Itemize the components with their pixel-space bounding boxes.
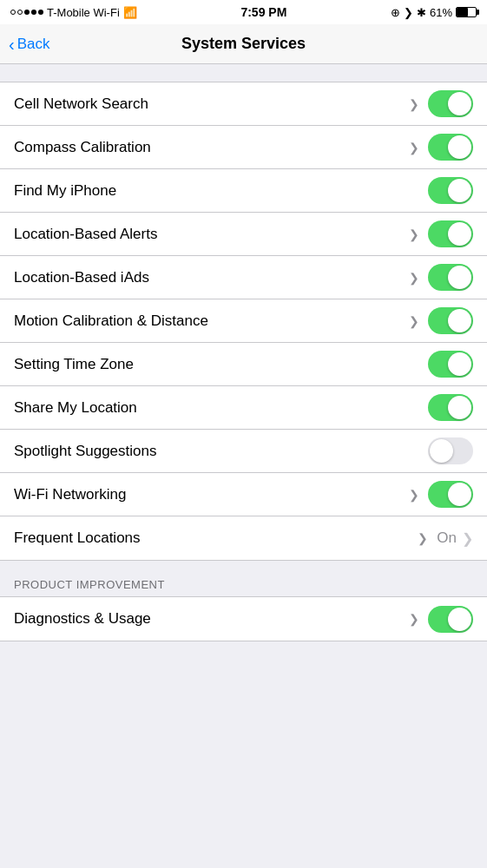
row-location-based-alerts: Location-Based Alerts❯ (0, 213, 487, 256)
row-find-my-iphone: Find My iPhone (0, 169, 487, 213)
toggle-knob (448, 92, 471, 115)
signal-dot-3 (24, 10, 30, 15)
row-label-find-my-iphone: Find My iPhone (14, 182, 116, 200)
row-diagnostics-usage: Diagnostics & Usage❯ (0, 597, 487, 641)
toggle-location-based-alerts[interactable] (428, 220, 473, 247)
row-location-based-iads: Location-Based iAds❯ (0, 256, 487, 299)
row-right-setting-time-zone (428, 351, 473, 378)
row-setting-time-zone: Setting Time Zone (0, 343, 487, 386)
row-right-location-based-iads: ❯ (409, 264, 473, 291)
row-label-diagnostics-usage: Diagnostics & Usage (14, 610, 151, 628)
row-wifi-networking: Wi-Fi Networking❯ (0, 473, 487, 516)
row-label-cell-network-search: Cell Network Search (14, 95, 148, 113)
location-arrow-icon: ❯ (409, 97, 419, 111)
page-title: System Services (181, 35, 306, 53)
toggle-knob (448, 179, 471, 202)
row-label-motion-calibration: Motion Calibration & Distance (14, 312, 208, 330)
location-icon: ❯ (404, 6, 413, 19)
row-compass-calibration: Compass Calibration❯ (0, 126, 487, 169)
wifi-icon: 📶 (123, 6, 137, 19)
toggle-knob (448, 352, 471, 376)
status-left: T-Mobile Wi-Fi 📶 (10, 6, 137, 19)
location-arrow-icon: ❯ (409, 227, 419, 241)
back-label: Back (17, 36, 50, 53)
row-label-frequent-locations: Frequent Locations (14, 529, 141, 547)
toggle-setting-time-zone[interactable] (428, 351, 473, 378)
row-frequent-locations[interactable]: Frequent Locations❯On❯ (0, 516, 487, 560)
location-arrow-icon: ❯ (409, 141, 419, 155)
toggle-knob (448, 396, 471, 419)
bluetooth-icon: ✱ (417, 6, 426, 19)
toggle-knob (448, 483, 471, 506)
back-button[interactable]: ‹ Back (9, 36, 49, 53)
location-arrow-icon: ❯ (409, 314, 419, 328)
toggle-knob (448, 608, 471, 631)
location-arrow-icon: ❯ (409, 488, 419, 502)
signal-dots (10, 10, 43, 15)
main-settings-list: Cell Network Search❯Compass Calibration❯… (0, 82, 487, 561)
toggle-knob (448, 309, 471, 332)
product-improvement-header: PRODUCT IMPROVEMENT (0, 569, 487, 596)
toggle-wifi-networking[interactable] (428, 481, 473, 508)
battery-icon (456, 7, 477, 17)
row-share-my-location: Share My Location (0, 386, 487, 430)
location-arrow-icon: ❯ (409, 612, 419, 626)
toggle-knob (448, 266, 471, 289)
status-time: 7:59 PM (240, 5, 286, 19)
toggle-cell-network-search[interactable] (428, 90, 473, 117)
status-bar: T-Mobile Wi-Fi 📶 7:59 PM ⊕ ❯ ✱ 61% (0, 0, 487, 24)
toggle-knob (430, 439, 453, 463)
row-motion-calibration: Motion Calibration & Distance❯ (0, 299, 487, 343)
row-right-compass-calibration: ❯ (409, 134, 473, 161)
toggle-diagnostics-usage[interactable] (428, 606, 473, 633)
row-right-wifi-networking: ❯ (409, 481, 473, 508)
row-right-diagnostics-usage: ❯ (409, 606, 473, 633)
row-label-setting-time-zone: Setting Time Zone (14, 356, 134, 373)
chevron-right-icon: ❯ (462, 530, 473, 547)
battery-label: 61% (430, 6, 452, 19)
signal-dot-1 (10, 10, 16, 15)
toggle-find-my-iphone[interactable] (428, 177, 473, 204)
toggle-motion-calibration[interactable] (428, 307, 473, 334)
top-spacer (0, 64, 487, 82)
carrier-label: T-Mobile Wi-Fi (47, 6, 120, 19)
toggle-share-my-location[interactable] (428, 394, 473, 421)
row-right-spotlight-suggestions (428, 437, 473, 464)
row-right-location-based-alerts: ❯ (409, 220, 473, 247)
row-label-share-my-location: Share My Location (14, 399, 137, 417)
toggle-location-based-iads[interactable] (428, 264, 473, 291)
toggle-compass-calibration[interactable] (428, 134, 473, 161)
location-arrow-icon: ❯ (418, 531, 428, 545)
target-icon: ⊕ (391, 6, 400, 19)
row-right-cell-network-search: ❯ (409, 90, 473, 117)
row-label-location-based-alerts: Location-Based Alerts (14, 226, 157, 243)
signal-dot-5 (38, 10, 43, 15)
row-right-share-my-location (428, 394, 473, 421)
row-spotlight-suggestions: Spotlight Suggestions (0, 430, 487, 473)
back-chevron-icon: ‹ (9, 36, 15, 53)
row-right-frequent-locations: ❯On❯ (418, 529, 473, 547)
row-label-wifi-networking: Wi-Fi Networking (14, 486, 126, 503)
row-label-location-based-iads: Location-Based iAds (14, 269, 149, 286)
signal-dot-4 (31, 10, 36, 15)
row-label-compass-calibration: Compass Calibration (14, 139, 151, 156)
toggle-knob (448, 135, 471, 159)
location-arrow-icon: ❯ (409, 271, 419, 285)
row-cell-network-search: Cell Network Search❯ (0, 82, 487, 126)
row-right-find-my-iphone (428, 177, 473, 204)
status-right: ⊕ ❯ ✱ 61% (391, 6, 477, 19)
toggle-knob (448, 222, 471, 246)
row-right-motion-calibration: ❯ (409, 307, 473, 334)
row-label-spotlight-suggestions: Spotlight Suggestions (14, 443, 156, 460)
section-spacer (0, 561, 487, 569)
product-improvement-list: Diagnostics & Usage❯ (0, 596, 487, 641)
value-frequent-locations: On (437, 529, 457, 547)
nav-bar: ‹ Back System Services (0, 24, 487, 64)
toggle-spotlight-suggestions[interactable] (428, 437, 473, 464)
signal-dot-2 (17, 10, 23, 15)
